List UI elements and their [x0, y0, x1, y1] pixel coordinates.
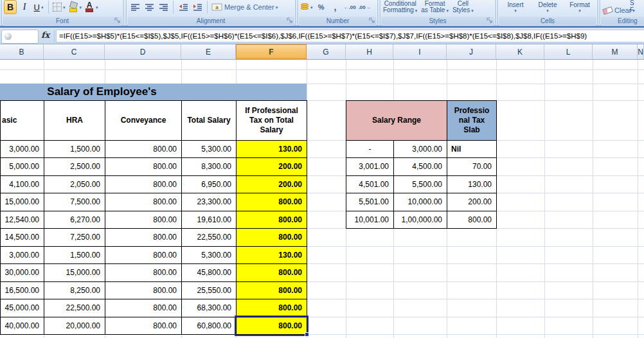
cell-B15[interactable]: 40,000.00	[0, 317, 44, 335]
cell-C13[interactable]: 8,250.00	[44, 281, 105, 300]
dialog-launcher-icon[interactable]	[369, 17, 375, 24]
sort-filter-button-clipped[interactable]: S	[630, 0, 634, 6]
cell-B6[interactable]: 5,000.00	[0, 157, 44, 176]
sheet-grid[interactable]: Salary of Employee's asicHRAConveyanceTo…	[0, 60, 644, 338]
cell-D13[interactable]: 800.00	[105, 281, 182, 300]
cell-J9[interactable]: 800.00	[447, 211, 497, 229]
cell-D5[interactable]: 800.00	[105, 140, 182, 159]
format-button[interactable]: Format▾	[564, 0, 595, 14]
cell-C10[interactable]: 7,250.00	[44, 228, 105, 247]
cell-D12[interactable]: 800.00	[105, 263, 182, 282]
cell-D7[interactable]: 800.00	[105, 175, 182, 194]
active-cell-selection[interactable]	[235, 316, 309, 337]
column-header-K[interactable]: K	[496, 44, 544, 59]
merge-center-button[interactable]: a Merge & Center ▾	[211, 0, 278, 14]
cell-E5[interactable]: 5,300.00	[181, 140, 237, 159]
cell-B11[interactable]: 3,000.00	[0, 246, 44, 265]
column-header-J[interactable]: J	[447, 44, 496, 59]
cell-B4[interactable]: asic	[0, 100, 44, 141]
font-color-button[interactable]: A ▾	[84, 0, 99, 14]
cell-J5[interactable]: Nil	[447, 140, 497, 159]
cell-D9[interactable]: 800.00	[105, 211, 182, 229]
column-header-D[interactable]: D	[105, 44, 181, 59]
sheet-title-cell[interactable]: Salary of Employee's	[0, 84, 307, 100]
cell-B10[interactable]: 14,500.00	[0, 228, 44, 247]
dialog-launcher-icon[interactable]	[287, 17, 293, 24]
cell-J6[interactable]: 70.00	[447, 157, 497, 176]
cell-D14[interactable]: 800.00	[105, 299, 182, 317]
cell-B5[interactable]: 3,000.00	[0, 140, 44, 159]
cell-E15[interactable]: 60,800.00	[181, 317, 237, 335]
cell-E8[interactable]: 23,300.00	[181, 193, 237, 211]
cell-C9[interactable]: 6,270.00	[44, 211, 105, 229]
cell-E10[interactable]: 22,550.00	[181, 228, 237, 247]
decrease-indent-button[interactable]	[177, 0, 190, 14]
cell-F11[interactable]: 130.00	[236, 246, 307, 265]
cell-C14[interactable]: 22,500.00	[44, 299, 105, 317]
cell-F12[interactable]: 800.00	[236, 263, 307, 282]
cell-B13[interactable]: 16,500.00	[0, 281, 44, 300]
fill-handle[interactable]	[305, 332, 309, 337]
cell-salary-range-header[interactable]: Salary Range	[346, 100, 447, 141]
cell-F14[interactable]: 800.00	[236, 299, 307, 317]
cell-I5[interactable]: 3,000.00	[393, 140, 447, 159]
find-select-button-clipped[interactable]: F	[630, 7, 634, 13]
column-header-E[interactable]: E	[181, 44, 236, 59]
cell-D15[interactable]: 800.00	[105, 317, 182, 335]
column-header-L[interactable]: L	[544, 44, 593, 59]
cell-D6[interactable]: 800.00	[105, 157, 182, 176]
align-center-button[interactable]	[143, 0, 156, 14]
cell-J8[interactable]: 200.00	[447, 193, 497, 211]
conditional-formatting-button[interactable]: Conditional Formatting▾	[382, 0, 418, 14]
cell-E7[interactable]: 6,950.00	[181, 175, 237, 194]
cell-C4[interactable]: HRA	[44, 100, 105, 141]
comma-style-button[interactable]: ,	[329, 0, 342, 14]
italic-button[interactable]: I	[18, 0, 31, 14]
cell-C15[interactable]: 20,000.00	[44, 317, 105, 335]
cell-H9[interactable]: 10,001.00	[346, 211, 394, 229]
column-header-H[interactable]: H	[346, 44, 393, 59]
cell-F7[interactable]: 200.00	[236, 175, 307, 194]
cell-C7[interactable]: 2,050.00	[44, 175, 105, 194]
cell-C12[interactable]: 15,000.00	[44, 263, 105, 282]
column-header-I[interactable]: I	[393, 44, 447, 59]
accounting-format-button[interactable]: ▾	[300, 0, 314, 14]
cell-E11[interactable]: 5,300.00	[181, 246, 237, 265]
cell-F13[interactable]: 800.00	[236, 281, 307, 300]
cell-F8[interactable]: 800.00	[236, 193, 307, 211]
column-header-C[interactable]: C	[44, 44, 105, 59]
cell-F4[interactable]: If ProfessionalTax on TotalSalary	[236, 100, 307, 141]
cell-D10[interactable]: 800.00	[105, 228, 182, 247]
insert-button[interactable]: Insert▾	[500, 0, 531, 14]
cell-J7[interactable]: 130.00	[447, 175, 497, 194]
delete-button[interactable]: Delete▾	[532, 0, 563, 14]
cell-C11[interactable]: 1,500.00	[44, 246, 105, 265]
name-box[interactable]	[1, 30, 39, 44]
column-header-G[interactable]: G	[307, 44, 346, 59]
column-header-F[interactable]: F	[236, 44, 307, 59]
bold-button[interactable]: B	[4, 0, 17, 14]
column-header-B[interactable]: B	[0, 44, 44, 59]
cell-C8[interactable]: 7,500.00	[44, 193, 105, 211]
cell-B14[interactable]: 45,000.00	[0, 299, 44, 317]
percent-style-button[interactable]: %	[315, 0, 328, 14]
increase-indent-button[interactable]	[191, 0, 204, 14]
cell-E14[interactable]: 68,300.00	[181, 299, 237, 317]
cell-D8[interactable]: 800.00	[105, 193, 182, 211]
cell-I8[interactable]: 10,000.00	[393, 193, 447, 211]
cell-styles-button[interactable]: Cell Styles▾	[452, 0, 474, 14]
cell-I9[interactable]: 1,00,000.00	[393, 211, 447, 229]
formula-input[interactable]: =IF((E15>=$H$5)*(E15<=$I$5),$J$5,IF((E15…	[56, 30, 644, 42]
cell-I6[interactable]: 4,500.00	[393, 157, 447, 176]
align-left-button[interactable]	[129, 0, 141, 14]
cell-I7[interactable]: 5,500.00	[393, 175, 447, 194]
cell-H8[interactable]: 5,501.00	[346, 193, 394, 211]
cell-D4[interactable]: Conveyance	[105, 100, 182, 141]
cell-B12[interactable]: 30,000.00	[0, 263, 44, 282]
dialog-launcher-icon[interactable]	[487, 17, 493, 24]
fill-color-button[interactable]: ▾	[67, 0, 83, 14]
cell-F5[interactable]: 130.00	[236, 140, 307, 159]
cell-C5[interactable]: 1,500.00	[44, 140, 105, 159]
dialog-launcher-icon[interactable]	[114, 17, 121, 24]
cell-H7[interactable]: 4,501.00	[346, 175, 394, 194]
